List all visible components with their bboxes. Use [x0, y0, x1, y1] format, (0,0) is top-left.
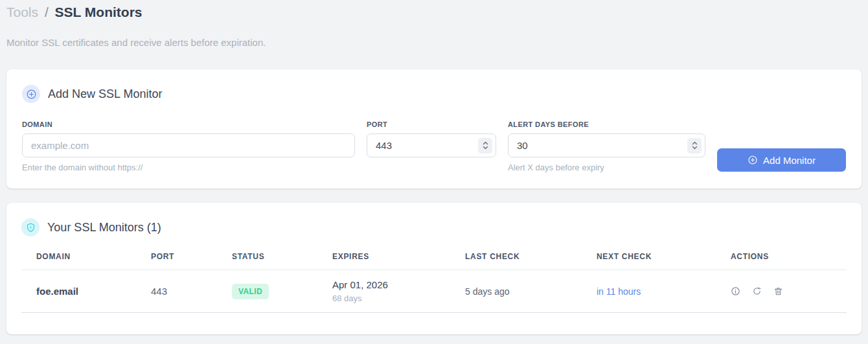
plus-circle-icon — [748, 155, 758, 165]
port-label: PORT — [367, 120, 496, 128]
column-header-domain: DOMAIN — [21, 252, 136, 261]
monitors-list-card: Your SSL Monitors (1) DOMAIN PORT STATUS… — [6, 203, 862, 334]
expires-date: Apr 01, 2026 — [332, 279, 450, 290]
port-field-group: PORT — [367, 120, 496, 157]
plus-circle-icon — [22, 85, 40, 103]
refresh-button[interactable] — [752, 286, 762, 296]
domain-input[interactable] — [22, 133, 355, 157]
add-monitor-button[interactable]: Add Monitor — [717, 148, 846, 172]
info-button[interactable] — [731, 286, 740, 296]
ssl-monitors-page: Tools / SSL Monitors Monitor SSL certifi… — [0, 0, 868, 334]
info-icon — [731, 286, 740, 296]
port-stepper[interactable] — [478, 138, 492, 154]
monitor-actions-cell — [716, 286, 847, 296]
status-badge: VALID — [232, 284, 269, 299]
alert-days-field-group: ALERT DAYS BEFORE Alert X days before ex… — [508, 120, 705, 172]
port-input[interactable] — [367, 133, 496, 157]
add-monitor-button-label: Add Monitor — [763, 155, 816, 166]
column-header-status: STATUS — [217, 252, 317, 261]
monitors-table: DOMAIN PORT STATUS EXPIRES LAST CHECK NE… — [21, 252, 847, 313]
table-header-row: DOMAIN PORT STATUS EXPIRES LAST CHECK NE… — [21, 252, 847, 270]
monitor-last-check: 5 days ago — [450, 286, 582, 297]
shield-lock-icon — [21, 218, 40, 236]
refresh-icon — [752, 286, 762, 296]
alert-days-stepper[interactable] — [687, 138, 702, 154]
page-title: SSL Monitors — [55, 5, 143, 19]
breadcrumb: Tools / SSL Monitors — [6, 4, 862, 20]
expires-days-remaining: 68 days — [332, 293, 450, 303]
monitor-next-check: in 11 hours — [582, 286, 716, 297]
add-monitor-card-header: Add New SSL Monitor — [22, 85, 846, 103]
domain-helper-text: Enter the domain without https:// — [22, 163, 355, 172]
monitor-expires-cell: Apr 01, 2026 68 days — [317, 279, 450, 303]
monitor-status-cell: VALID — [217, 284, 317, 299]
alert-days-label: ALERT DAYS BEFORE — [508, 120, 705, 128]
column-header-expires: EXPIRES — [317, 252, 450, 261]
breadcrumb-tools-link[interactable]: Tools — [6, 5, 38, 19]
table-row: foe.email 443 VALID Apr 01, 2026 68 days… — [21, 270, 847, 313]
column-header-next-check: NEXT CHECK — [582, 252, 716, 261]
domain-label: DOMAIN — [22, 120, 355, 128]
breadcrumb-separator: / — [45, 5, 49, 19]
column-header-last-check: LAST CHECK — [450, 252, 582, 261]
add-monitor-form: DOMAIN Enter the domain without https://… — [22, 120, 846, 172]
monitors-card-title: Your SSL Monitors (1) — [47, 221, 161, 235]
add-monitor-card: Add New SSL Monitor DOMAIN Enter the dom… — [6, 69, 862, 189]
page-subtitle: Monitor SSL certificates and receive ale… — [6, 37, 862, 48]
alert-days-input[interactable] — [508, 133, 705, 157]
delete-button[interactable] — [773, 286, 783, 296]
monitor-domain: foe.email — [21, 286, 136, 297]
column-header-port: PORT — [136, 252, 217, 261]
column-header-actions: ACTIONS — [716, 252, 847, 261]
monitors-card-header: Your SSL Monitors (1) — [21, 218, 847, 236]
alert-days-helper-text: Alert X days before expiry — [508, 163, 705, 172]
monitor-port: 443 — [136, 286, 217, 297]
domain-field-group: DOMAIN Enter the domain without https:// — [22, 120, 355, 172]
trash-icon — [773, 286, 783, 296]
add-monitor-card-title: Add New SSL Monitor — [48, 87, 162, 101]
